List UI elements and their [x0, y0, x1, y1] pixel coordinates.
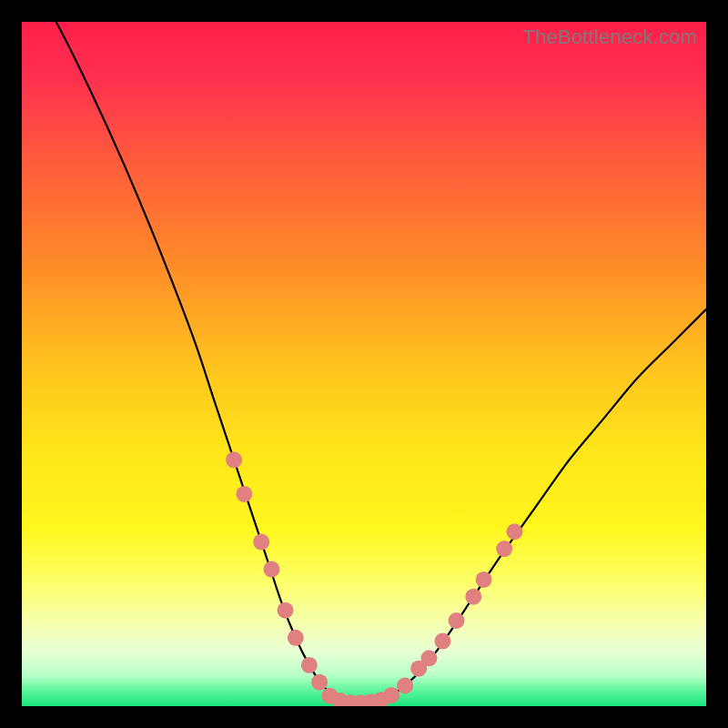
highlight-dot: [301, 657, 318, 673]
plot-area: TheBottleneck.com: [22, 22, 706, 706]
gradient-background: [22, 22, 706, 706]
highlight-dot: [253, 534, 269, 551]
highlight-dot: [383, 687, 399, 703]
bottleneck-chart: [22, 22, 706, 706]
highlight-dot: [288, 630, 304, 646]
highlight-dot: [226, 451, 242, 468]
highlight-dot: [278, 602, 294, 619]
highlight-dot: [496, 541, 512, 557]
app-frame: TheBottleneck.com: [0, 0, 728, 728]
highlight-dot: [236, 486, 252, 502]
highlight-dot: [506, 523, 522, 540]
highlight-dot: [311, 674, 328, 691]
highlight-dot: [465, 589, 481, 605]
highlight-dot: [434, 633, 450, 650]
highlight-dot: [263, 561, 279, 578]
highlight-dot: [476, 571, 492, 588]
highlight-dot: [420, 650, 437, 666]
watermark-label: TheBottleneck.com: [522, 25, 697, 49]
highlight-dot: [449, 612, 465, 629]
highlight-dot: [397, 677, 413, 693]
